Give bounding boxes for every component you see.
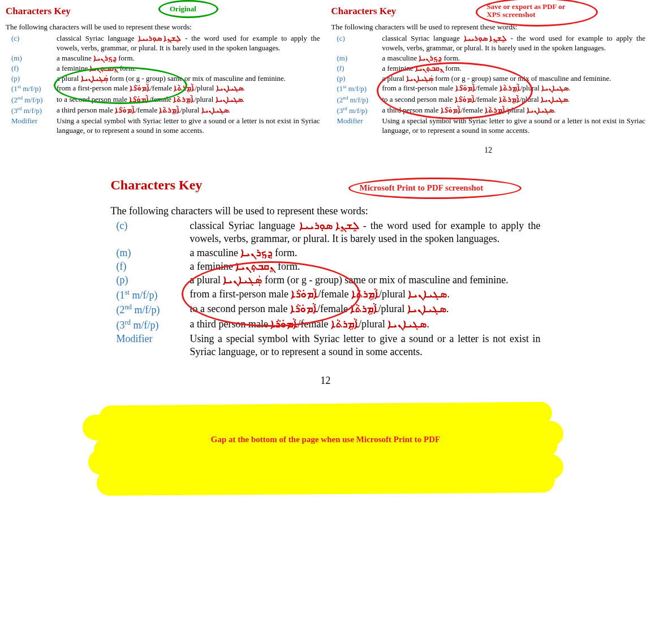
row-p3-3: (3rd m/f/p) a third person male ܐܵܡܘܿܪܵܐ…: [111, 318, 541, 332]
label-gap-caption: Gap at the bottom of the page when use M…: [94, 435, 558, 444]
row-mod-3: Modifier Using a special symbol with Syr…: [111, 332, 541, 359]
key-p1: (1st m/f/p): [6, 84, 57, 94]
row-p3-2: (3rd m/f/p) a third person male ܐܵܡܘܿܪܵܐ…: [331, 106, 646, 116]
row-c-3: (c) classical Syriac language ܠܸܫܢܸܐ ܣܘܼ…: [111, 219, 541, 246]
key-c: (c): [6, 34, 57, 53]
row-p1: (1st m/f/p) from a first-person male ܐܵܡ…: [6, 84, 320, 94]
row-p: (p) a plural ܣܲܓܝܐܢܝܐ form (or g - group…: [6, 74, 320, 84]
desc-f: a feminine ܢܸܩܒܬ݂ܢܝܐ form.: [57, 64, 320, 74]
row-m-3: (m) a masculine ܕܸܟ݂ܪܢܝܐ form.: [111, 247, 541, 260]
key-m: (m): [6, 54, 57, 63]
key-f: (f): [6, 64, 57, 74]
row-p2-3: (2nd m/f/p) to a second person male ܐܵܡܘ…: [111, 302, 541, 317]
row-f: (f) a feminine ܢܸܩܒܬ݂ܢܝܐ form.: [6, 64, 320, 74]
panel-saveexport: Save or export as PDF or XPS screenshot …: [331, 6, 646, 155]
desc-p1: from a first-person male ܐܵܡܘܿܪܵܐ/female…: [57, 84, 320, 94]
desc-p: a plural ܣܲܓܝܐܢܝܐ form (or g - group) sa…: [57, 74, 320, 84]
panel-original: Original Characters Key The following ch…: [6, 6, 320, 155]
key-p2: (2nd m/f/p): [6, 95, 57, 105]
intro-msprint: The following characters will be used to…: [111, 205, 541, 217]
key-mod: Modifier: [6, 116, 57, 136]
row-m: (m) a masculine ܕܸܟ݂ܪܢܝܐ form.: [6, 54, 320, 63]
page-number-3: 12: [111, 375, 541, 387]
row-f-3: (f) a feminine ܢܸܩܒܬ݂ܢܝܐ form.: [111, 260, 541, 273]
row-p1-2: (1st m/f/p) from a first-person male ܐܵܡ…: [331, 84, 646, 94]
row-p-3: (p) a plural ܣܲܓܝܐܢܝܐ form (or g - group…: [111, 274, 541, 287]
row-p2-2: (2nd m/f/p) to a second person male ܐܵܡܘ…: [331, 95, 646, 105]
yellow-highlight-block: Gap at the bottom of the page when use M…: [94, 404, 558, 500]
desc-m: a masculine ܕܸܟ݂ܪܢܝܐ form.: [57, 54, 320, 63]
heading-original: Characters Key: [6, 6, 320, 17]
row-m-2: (m) a masculine ܕܸܟ݂ܪܢܝܐ form.: [331, 54, 646, 63]
row-p2: (2nd m/f/p) to a second person male ܐܵܡܘ…: [6, 95, 320, 105]
intro-original: The following characters will be used to…: [6, 23, 320, 32]
desc-p2: to a second person male ܐܵܡܘܿܪܵܐ/female …: [57, 95, 320, 105]
row-p1-3: (1st m/f/p) from a first-person male ܐܵܡ…: [111, 288, 541, 302]
intro-saveexport: The following characters will be used to…: [331, 23, 646, 32]
panel-msprint: Microsoft Print to PDF screenshot Charac…: [111, 178, 541, 387]
key-p3: (3rd m/f/p): [6, 106, 57, 116]
page-number-2: 12: [331, 146, 646, 155]
row-p-2: (p) a plural ܣܲܓܝܐܢܝܐ form (or g - group…: [331, 74, 646, 84]
key-p: (p): [6, 74, 57, 84]
desc-p3: a third person male ܐܵܡܘܿܪܵܐ/female ܐܵܡܹ…: [57, 106, 320, 116]
row-f-2: (f) a feminine ܢܸܩܒܬ݂ܢܝܐ form.: [331, 64, 646, 74]
label-original: Original: [170, 5, 196, 14]
row-c-2: (c) classical Syriac language ܠܸܫܢܸܐ ܣܘܼ…: [331, 34, 646, 53]
desc-c: classical Syriac language ܠܸܫܢܸܐ ܣܘܼܪܝܝܐ…: [57, 34, 320, 53]
row-p3: (3rd m/f/p) a third person male ܐܵܡܘܿܪܵܐ…: [6, 106, 320, 116]
row-mod-2: Modifier Using a special symbol with Syr…: [331, 116, 646, 136]
row-mod: Modifier Using a special symbol with Syr…: [6, 116, 320, 136]
desc-mod: Using a special symbol with Syriac lette…: [57, 116, 320, 136]
row-c: (c) classical Syriac language ܠܸܫܢܸܐ ܣܘܼ…: [6, 34, 320, 53]
label-saveexport: Save or export as PDF or XPS screenshot: [487, 3, 566, 19]
label-msprint: Microsoft Print to PDF screenshot: [360, 183, 484, 193]
